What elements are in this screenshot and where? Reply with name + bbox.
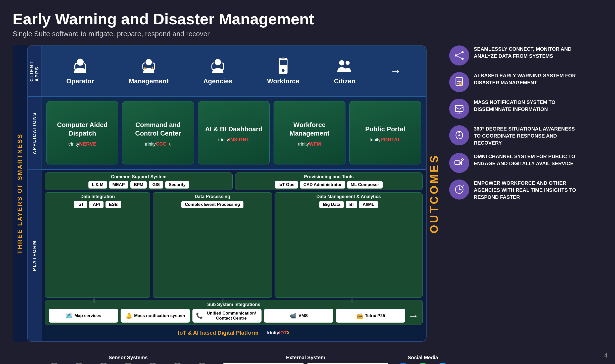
arrow-down-2: ↕ — [221, 296, 225, 304]
chip-bi: BI — [346, 201, 357, 208]
app-cad: Computer Aided Dispatch trinityNERVE — [46, 101, 118, 164]
svg-line-15 — [456, 55, 463, 59]
workforce-icon — [276, 57, 291, 75]
portal-badge: trinityPORTAL — [370, 137, 401, 143]
agencies-label: Agencies — [203, 77, 232, 85]
chip-iotops: IoT Ops — [275, 181, 298, 189]
data-integration: Data Integration IoT API ESB — [45, 192, 150, 298]
map-label: Map services — [74, 313, 101, 318]
client-agencies: Agencies — [203, 57, 232, 85]
whatsapp-icon — [415, 363, 431, 364]
chip-bigdata: Big Data — [319, 201, 344, 208]
wfm-title: Workforce Management — [276, 121, 342, 138]
ambulance-icon: 🚑 — [121, 363, 136, 364]
iot-label: IoT & AI based Digital Platform — [178, 330, 259, 336]
common-support-chips: L & M MEAP BPM GIS Security — [48, 181, 230, 189]
outcome-4: 360° DEGREE SITUATIONAL AWARENESS TO COO… — [449, 125, 582, 146]
arrow-down-3: ↕ — [350, 296, 354, 304]
ai-bi-badge: trinityINSIGHT — [218, 137, 249, 143]
sensor-camera: 📷 Camera — [43, 363, 66, 364]
page: Early Warning and Disaster Management Si… — [0, 0, 615, 364]
outcome-2-icon — [449, 72, 469, 92]
operator-icon — [71, 57, 89, 75]
facebook-item: f Facebook — [395, 363, 411, 364]
data-management: Data Management & Analytics Big Data BI … — [275, 192, 423, 298]
wfm-badge: trinityWFM — [298, 141, 321, 147]
map-icon: 🗺️ — [66, 313, 72, 319]
app-portal: Public Portal trinityPORTAL — [349, 101, 421, 164]
app-ai-bi: AI & BI Dashboard trinityINSIGHT — [198, 101, 270, 164]
chip-bpm: BPM — [130, 181, 147, 189]
common-support-title: Common Support System — [48, 174, 230, 179]
arrows-row: ↕ ↕ ↕ — [30, 296, 417, 304]
chip-cadmin: CAD Administrator — [300, 181, 345, 189]
platform-row1: Common Support System L & M MEAP BPM GIS… — [45, 172, 423, 190]
radio-icon: 📻 — [356, 313, 363, 319]
provisioning-chips: IoT Ops CAD Administrator ML Composer — [238, 181, 420, 189]
outcome-1-text: SEAMLESSLY CONNECT, MONITOR AND ANALYZE … — [474, 45, 582, 59]
chip-esb: ESB — [106, 201, 121, 208]
data-integration-chips: IoT API ESB — [48, 201, 147, 208]
notification-icon: 🔔 — [125, 313, 132, 319]
outcome-4-icon — [449, 125, 469, 145]
operator-label: Operator — [66, 77, 94, 85]
svg-point-24 — [458, 134, 460, 136]
subsystem-mass-notif: 🔔 Mass notification system — [121, 309, 190, 323]
client-label: ClientApps — [28, 46, 41, 96]
chip-security: Security — [165, 181, 189, 189]
app-wfm: Workforce Management trinityWFM — [274, 101, 345, 164]
data-integration-title: Data Integration — [48, 194, 147, 199]
svg-point-10 — [346, 61, 350, 65]
social-icons-list: f Facebook WhatsApp t Twitter — [395, 363, 451, 364]
sensor-icons-list: 📷 Camera 🆘 SOS 🚒 Fire Engine 🚑 Ambulance… — [43, 363, 214, 364]
svg-point-2 — [144, 67, 146, 69]
mass-notif-label: Mass notification system — [134, 313, 185, 318]
outcomes-section: Outcomes SEAMLESSLY CONNECT, MONITOR AND… — [427, 45, 602, 342]
vms-label: VMS — [298, 313, 308, 318]
data-processing-chips: Complex Event Processing — [156, 201, 269, 208]
left-label-container: Three Layers of Smartness — [13, 45, 27, 342]
sensor-gps: 📍 GPS — [166, 363, 189, 364]
subsystem-tetra: 📻 Tetra/ P25 — [336, 309, 405, 323]
ext-dma: Disaster Management Agencies — [223, 363, 304, 364]
camera-sensor-icon: 📷 — [47, 363, 62, 364]
subsystem-arrow: → — [408, 310, 419, 322]
client-management: Management — [129, 57, 169, 85]
app-ccc: Command and Control Center trinityCCC ★ — [122, 101, 194, 164]
iot-bar: IoT & AI based Digital Platform trinityI… — [45, 327, 423, 339]
sensor-police: 🚔 Police — [191, 363, 213, 364]
camera-icon: 📹 — [290, 313, 296, 319]
agencies-icon — [209, 57, 227, 75]
ccc-title: Command and Control Center — [125, 121, 191, 138]
svg-rect-25 — [455, 161, 460, 164]
outcome-2-text: AI-BASED EARLY WARNING SYSTEM FOR DISAST… — [474, 72, 582, 86]
svg-point-4 — [215, 59, 221, 65]
applications-label: Applications — [28, 97, 41, 169]
provisioning-title: Provisioning and Tools — [238, 174, 420, 179]
svg-point-26 — [462, 159, 463, 160]
twitter-item: t Twitter — [435, 363, 451, 364]
sensor-ambulance: 🚑 Ambulance — [117, 363, 139, 364]
outcome-5: OMNI CHANNEL SYSTEM FOR PUBLIC TO ENGAGE… — [449, 153, 582, 173]
workforce-label: Workforce — [267, 77, 299, 85]
chip-api: API — [89, 201, 103, 208]
cad-badge: trinityNERVE — [68, 141, 96, 147]
client-arrow: → — [390, 65, 401, 77]
ext-sat: Satellite Imagery — [307, 363, 388, 364]
sensor-systems: Sensor Systems 📷 Camera 🆘 SOS 🚒 Fire Eng… — [43, 355, 214, 364]
chip-gis: GIS — [149, 181, 163, 189]
data-management-title: Data Management & Analytics — [277, 194, 420, 199]
svg-rect-6 — [280, 60, 287, 65]
subsystem-map: 🗺️ Map services — [49, 309, 118, 323]
ccc-badge: trinityCCC ★ — [145, 141, 171, 147]
chip-meap: MEAP — [109, 181, 128, 189]
outcome-1: SEAMLESSLY CONNECT, MONITOR AND ANALYZE … — [449, 45, 582, 66]
svg-point-3 — [151, 67, 153, 69]
data-processing: Data Processing Complex Event Processing — [153, 192, 272, 298]
citizen-icon — [336, 57, 353, 75]
external-systems: External System Disaster Management Agen… — [223, 355, 389, 364]
sensor-fire: 🚒 Fire Engine — [92, 363, 115, 364]
outcome-1-icon — [449, 45, 469, 66]
platform-label: Platform — [28, 170, 41, 341]
smoke-detector-icon: 💨 — [145, 363, 160, 364]
